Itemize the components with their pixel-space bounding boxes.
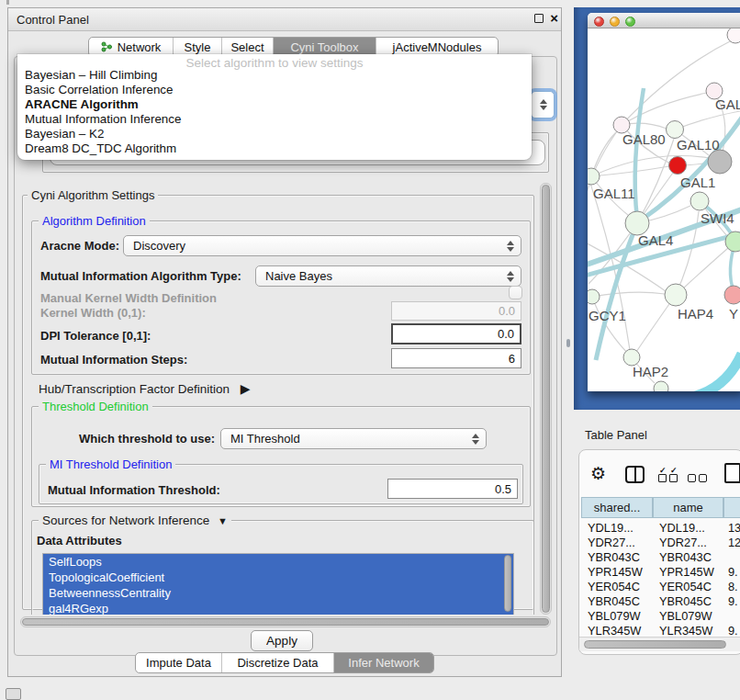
network-node[interactable] — [667, 121, 684, 139]
settings-horizontal-scrollbar[interactable] — [20, 616, 551, 627]
mi-threshold-label: Mutual Information Threshold: — [48, 483, 220, 497]
column-header[interactable]: name — [653, 497, 723, 518]
attribute-item[interactable]: BetweennessCentrality — [43, 585, 513, 601]
table-cell[interactable]: YPR145W — [653, 565, 723, 580]
tab-cyni-toolbox[interactable]: Cyni Toolbox — [274, 38, 376, 56]
apply-button[interactable]: Apply — [251, 630, 313, 651]
mi-threshold-group-title: MI Threshold Definition — [46, 457, 175, 471]
tab-label: Network — [118, 40, 162, 54]
network-node[interactable] — [690, 192, 709, 210]
mi-steps-field[interactable] — [391, 348, 521, 368]
mi-threshold-field[interactable] — [387, 479, 518, 499]
kernel-width-label: Kernel Width (0,1): — [40, 306, 146, 320]
table-cell[interactable]: 12 — [723, 536, 740, 550]
algorithm-option[interactable]: Mutual Information Inference — [17, 112, 532, 127]
mi-type-select[interactable]: Naive Bayes — [255, 265, 521, 287]
attribute-item[interactable]: SelfLoops — [43, 554, 513, 570]
deselect-all-icon[interactable] — [688, 469, 707, 486]
collapsed-panel-icon[interactable] — [6, 688, 21, 700]
table-cell[interactable]: YBR045C — [653, 594, 723, 609]
table-cell[interactable]: 9. — [723, 565, 740, 580]
table-cell[interactable]: YER054C — [581, 580, 653, 594]
tab-discretize-data[interactable]: Discretize Data — [222, 653, 334, 672]
table-cell[interactable]: 8. — [723, 580, 740, 594]
select-all-icon[interactable]: ✓ ✓ — [658, 469, 678, 486]
network-node[interactable] — [727, 28, 740, 43]
tab-jactivemnodules[interactable]: jActiveMNodules — [376, 38, 498, 56]
network-edge[interactable] — [675, 111, 740, 130]
network-node[interactable] — [588, 168, 600, 185]
hub-definition-toggle[interactable]: Hub/Transcription Factor Definition ▶ — [39, 381, 251, 396]
which-threshold-value: MI Threshold — [230, 432, 300, 446]
node-label: GAL — [715, 96, 740, 112]
column-browser-icon[interactable] — [625, 466, 645, 483]
settings-vertical-scrollbar[interactable] — [540, 183, 552, 615]
network-window-titlebar[interactable] — [588, 13, 740, 28]
network-node[interactable] — [588, 289, 600, 304]
algorithm-option[interactable]: Basic Correlation Inference — [17, 83, 532, 97]
table-cell[interactable]: YBL079W — [581, 609, 653, 624]
network-graph[interactable]: GALGAL80GAL10GAL1GAL11SWI4GAL4GCY1HAP4YH… — [588, 28, 740, 391]
table-cell[interactable]: YPR145W — [581, 565, 653, 580]
table-cell[interactable]: YBR045C — [581, 594, 653, 609]
settings-gear-icon[interactable]: ⚙ — [590, 463, 606, 484]
tab-impute-data[interactable]: Impute Data — [136, 653, 222, 672]
tab-network[interactable]: Network — [89, 38, 174, 56]
close-icon[interactable]: × — [550, 10, 558, 26]
close-button[interactable] — [594, 17, 604, 27]
which-threshold-label: Which threshold to use: — [79, 432, 215, 446]
table-cell[interactable]: YDL19... — [581, 521, 653, 536]
algorithm-option[interactable]: Dream8 DC_TDC Algorithm — [17, 141, 532, 156]
table-cell[interactable]: YBR043C — [653, 550, 723, 565]
network-node[interactable] — [708, 150, 732, 174]
tab-infer-network[interactable]: Infer Network — [334, 653, 433, 672]
table-cell[interactable] — [723, 609, 740, 624]
panel-splitter-handle[interactable] — [566, 339, 570, 347]
cyni-algorithm-settings-title: Cyni Algorithm Settings — [28, 188, 158, 202]
table-cell[interactable]: YBR043C — [581, 550, 653, 565]
table-cell[interactable]: YBL079W — [653, 609, 723, 624]
algorithm-combo-fragment[interactable] — [531, 91, 555, 119]
table-cell[interactable]: 9. — [723, 594, 740, 609]
minimize-button[interactable] — [610, 17, 620, 27]
table-cell[interactable]: YDL19... — [653, 521, 723, 536]
table-cell[interactable]: YDR27... — [581, 536, 653, 550]
tab-label: jActiveMNodules — [393, 40, 482, 54]
zoom-button[interactable] — [625, 17, 635, 27]
network-node[interactable] — [724, 286, 740, 304]
table-cell[interactable]: YDR27... — [653, 536, 723, 550]
which-threshold-select[interactable]: MI Threshold — [220, 428, 487, 449]
table-cell[interactable]: YER054C — [653, 580, 723, 594]
table-cell[interactable]: 13 — [723, 521, 740, 536]
algorithm-option[interactable]: ARACNE Algorithm — [17, 97, 532, 112]
control-panel-title: Control Panel — [17, 13, 89, 27]
network-edge[interactable] — [689, 354, 740, 391]
column-header[interactable]: A — [723, 497, 740, 518]
network-edge[interactable] — [635, 88, 644, 219]
network-edge[interactable] — [592, 292, 665, 297]
network-edge[interactable] — [591, 156, 709, 177]
algorithm-option[interactable]: Bayesian – K2 — [17, 127, 532, 141]
sources-toggle[interactable]: Sources for Network Inference ▼ — [39, 514, 231, 527]
aracne-mode-select[interactable]: Discovery — [123, 235, 521, 256]
dpi-tolerance-field[interactable] — [391, 323, 521, 344]
network-node[interactable] — [669, 157, 687, 175]
network-node[interactable] — [665, 284, 687, 306]
table-panel: ⚙ ✓ ✓ shared...nameAYDL19...YDL19...13YD… — [578, 449, 740, 655]
network-edge[interactable] — [622, 93, 707, 125]
export-table-icon[interactable] — [724, 463, 740, 483]
table-cell[interactable] — [723, 550, 740, 565]
column-header[interactable]: shared... — [581, 497, 653, 518]
manual-kernel-checkbox[interactable] — [509, 286, 522, 299]
attribute-list-scrollbar[interactable] — [504, 555, 511, 612]
tab-label: Select — [230, 40, 263, 54]
algorithm-option[interactable]: Bayesian – Hill Climbing — [17, 68, 532, 83]
table-horizontal-scrollbar[interactable] — [579, 637, 740, 651]
kernel-width-field[interactable] — [391, 301, 521, 321]
float-window-icon[interactable] — [534, 14, 544, 23]
tab-select[interactable]: Select — [222, 38, 274, 56]
network-node[interactable] — [654, 381, 668, 391]
attribute-item[interactable]: gal4RGexp — [43, 601, 513, 615]
tab-style[interactable]: Style — [174, 38, 222, 56]
attribute-item[interactable]: TopologicalCoefficient — [43, 570, 513, 585]
